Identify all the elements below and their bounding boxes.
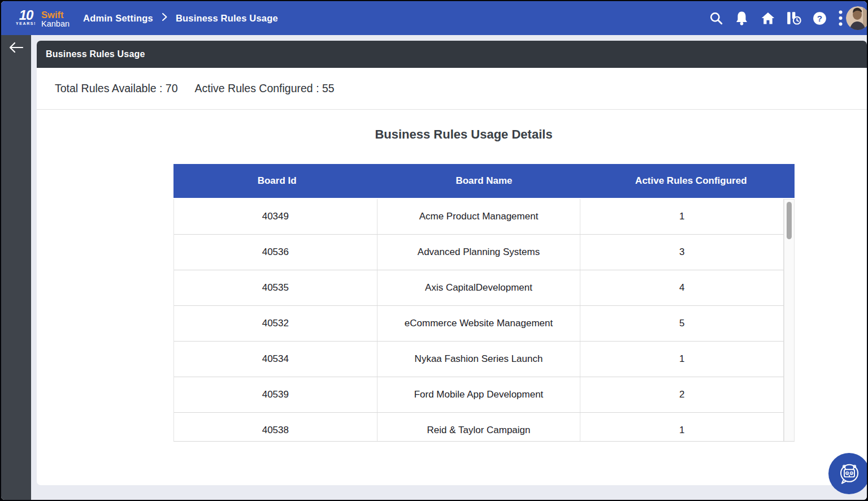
home-icon[interactable] bbox=[761, 11, 775, 25]
logo-years: YEARS! bbox=[16, 21, 36, 25]
brand-swift: Swift bbox=[41, 10, 70, 19]
breadcrumb-admin-settings[interactable]: Admin Settings bbox=[83, 13, 153, 24]
board-id-cell: 40535 bbox=[174, 270, 377, 305]
column-header-board-id: Board Id bbox=[173, 164, 380, 198]
table-header-row: Board Id Board Name Active Rules Configu… bbox=[173, 164, 795, 198]
table-row: 40532 eCommerce Website Management 5 bbox=[174, 306, 784, 342]
table-row: 40349 Acme Product Management 1 bbox=[174, 199, 784, 235]
table-body: 40349 Acme Product Management 1 40536 Ad… bbox=[173, 199, 784, 441]
top-navigation-bar: 10 YEARS! Swift Kanban Admin Settings Bu… bbox=[1, 1, 867, 35]
panel-title-bar: Business Rules Usage bbox=[37, 41, 867, 68]
active-rules-cell: 2 bbox=[580, 377, 784, 412]
board-id-cell: 40349 bbox=[174, 199, 377, 234]
active-rules-cell: 1 bbox=[580, 199, 784, 234]
chatbot-assistant-button[interactable] bbox=[828, 453, 868, 494]
business-rules-usage-panel: Business Rules Usage Total Rules Availab… bbox=[37, 41, 867, 485]
panel-title: Business Rules Usage bbox=[46, 49, 145, 59]
brand-kanban: Kanban bbox=[41, 19, 70, 28]
board-name-cell: Nykaa Fashion Series Launch bbox=[377, 342, 581, 377]
board-name-cell: Ford Mobile App Development bbox=[377, 377, 581, 412]
board-id-cell: 40539 bbox=[174, 377, 377, 412]
main-content-area: Business Rules Usage Total Rules Availab… bbox=[31, 35, 867, 500]
left-sidebar bbox=[1, 35, 31, 500]
svg-text:?: ? bbox=[817, 13, 822, 23]
column-header-board-name: Board Name bbox=[380, 164, 587, 198]
brand-name: Swift Kanban bbox=[41, 8, 70, 28]
active-rules-cell: 4 bbox=[580, 270, 784, 305]
board-name-cell: Axis CapitalDevelopment bbox=[377, 270, 581, 305]
active-rules-cell: 3 bbox=[580, 235, 784, 270]
more-options-kebab-icon[interactable] bbox=[838, 10, 843, 26]
table-row: 40538 Reid & Taylor Campaign 1 bbox=[174, 413, 784, 442]
board-name-cell: Reid & Taylor Campaign bbox=[377, 413, 581, 442]
breadcrumb: Admin Settings Business Rules Usage bbox=[83, 12, 278, 24]
table-title: Business Rules Usage Details bbox=[375, 127, 552, 142]
board-id-cell: 40532 bbox=[174, 306, 377, 341]
table-row: 40534 Nykaa Fashion Series Launch 1 bbox=[174, 342, 784, 377]
board-id-cell: 40534 bbox=[174, 342, 377, 377]
usage-details-table: Board Id Board Name Active Rules Configu… bbox=[173, 164, 795, 442]
ten-years-badge: 10 YEARS! bbox=[16, 8, 36, 25]
active-rules-cell: 1 bbox=[580, 342, 784, 377]
robot-chat-icon bbox=[836, 460, 863, 487]
table-scrollbar[interactable] bbox=[784, 199, 795, 441]
table-row: 40535 Axis CapitalDevelopment 4 bbox=[174, 270, 784, 306]
help-icon[interactable]: ? bbox=[813, 11, 827, 25]
breadcrumb-current-page: Business Rules Usage bbox=[176, 13, 278, 24]
chevron-right-icon bbox=[161, 12, 168, 24]
board-name-cell: Acme Product Management bbox=[377, 199, 581, 234]
rules-summary-bar: Total Rules Available : 70 Active Rules … bbox=[37, 68, 867, 110]
logo-ten: 10 bbox=[16, 8, 36, 21]
topbar-actions: ? bbox=[709, 6, 867, 30]
notifications-bell-icon[interactable] bbox=[734, 11, 749, 26]
user-avatar[interactable] bbox=[846, 6, 868, 30]
active-rules-configured: Active Rules Configured : 55 bbox=[195, 82, 335, 95]
back-arrow-icon[interactable] bbox=[1, 35, 31, 55]
table-row: 40536 Advanced Planning Systems 3 bbox=[174, 235, 784, 270]
board-timer-icon[interactable] bbox=[787, 11, 801, 25]
board-id-cell: 40536 bbox=[174, 235, 377, 270]
active-rules-cell: 1 bbox=[580, 413, 784, 442]
active-rules-cell: 5 bbox=[580, 306, 784, 341]
board-name-cell: eCommerce Website Management bbox=[377, 306, 581, 341]
scrollbar-thumb[interactable] bbox=[787, 202, 792, 239]
column-header-active-rules: Active Rules Configured bbox=[588, 164, 795, 198]
board-name-cell: Advanced Planning Systems bbox=[377, 235, 581, 270]
app-window: 10 YEARS! Swift Kanban Admin Settings Bu… bbox=[0, 0, 868, 501]
app-logo[interactable]: 10 YEARS! Swift Kanban bbox=[1, 8, 70, 28]
search-icon[interactable] bbox=[709, 11, 723, 25]
table-row: 40539 Ford Mobile App Development 2 bbox=[174, 377, 784, 413]
board-id-cell: 40538 bbox=[174, 413, 377, 442]
total-rules-available: Total Rules Available : 70 bbox=[55, 82, 178, 95]
